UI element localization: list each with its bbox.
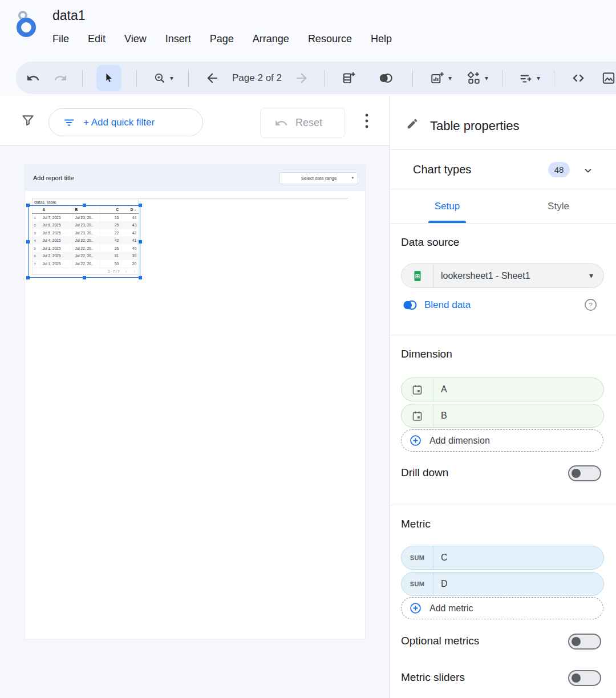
dropdown-caret-icon: ▾ xyxy=(589,271,593,280)
tab-style[interactable]: Style xyxy=(530,189,587,224)
document-title[interactable]: data1 xyxy=(52,8,86,23)
dimension-field-b[interactable]: B xyxy=(401,404,604,428)
selection-handle[interactable] xyxy=(139,276,142,279)
metric-field-label: C xyxy=(441,553,448,563)
selection-handle[interactable] xyxy=(139,240,142,244)
metric-sliders-toggle[interactable] xyxy=(568,670,601,686)
reset-button[interactable]: Reset xyxy=(260,108,345,138)
looker-studio-logo-icon[interactable] xyxy=(15,10,39,39)
blend-data-button[interactable] xyxy=(377,71,394,86)
optional-metrics-toggle[interactable] xyxy=(568,634,601,650)
menu-item-help[interactable]: Help xyxy=(371,33,392,45)
table-cell: 30 xyxy=(121,252,139,260)
google-sheets-icon xyxy=(402,264,433,287)
blend-data-link[interactable]: Blend data xyxy=(424,299,471,311)
date-range-control[interactable]: Select date range ▾ xyxy=(279,172,358,184)
selection-handle[interactable] xyxy=(139,204,142,207)
metric-field-d[interactable]: SUM D xyxy=(401,572,604,596)
table-row: 7Jul 1, 2025Jul 22, 20..5020 xyxy=(32,260,139,268)
table-cell: 50 xyxy=(100,260,121,268)
menu-item-view[interactable]: View xyxy=(124,33,147,45)
selection-handle[interactable] xyxy=(26,276,30,279)
embed-code-button[interactable] xyxy=(570,71,586,86)
pagination-prev-icon[interactable]: ‹ xyxy=(125,269,127,274)
chart-types-count-badge: 48 xyxy=(548,162,570,177)
report-title-placeholder[interactable]: Add report title xyxy=(33,174,74,181)
menu-item-resource[interactable]: Resource xyxy=(308,33,352,45)
toolbar-divider xyxy=(554,70,554,87)
report-canvas[interactable]: Add report title Select date range ▾ dat… xyxy=(0,146,390,698)
table-cell: 40 xyxy=(121,245,139,253)
data-source-selector[interactable]: lookersheet1 - Sheet1 ▾ xyxy=(401,263,604,288)
panel-tabs: Setup Style xyxy=(390,189,616,224)
menu-item-file[interactable]: File xyxy=(52,33,69,45)
column-header-c[interactable]: C xyxy=(100,206,121,214)
redo-button[interactable] xyxy=(54,71,67,85)
metric-heading: Metric xyxy=(401,518,431,530)
plus-circle-icon xyxy=(409,602,422,615)
table-pagination: 1 - 7 / 7 ‹ › xyxy=(32,267,139,275)
column-header-d[interactable]: D▼ xyxy=(121,206,139,214)
table-cell: Jul 23, 20.. xyxy=(72,214,100,222)
add-chart-button[interactable]: ▾ xyxy=(430,71,452,86)
selection-handle[interactable] xyxy=(26,204,30,207)
column-header-b[interactable]: B xyxy=(72,206,100,214)
table-cell: 22 xyxy=(100,229,121,237)
table-chart[interactable]: data1 Table ABCD▼ 1Jul 7, 2025Jul 23, 20… xyxy=(32,198,139,275)
chart-types-row[interactable]: Chart types 48 xyxy=(390,151,616,189)
help-icon[interactable]: ? xyxy=(583,298,598,312)
panel-header: Table properties xyxy=(390,96,616,150)
add-dimension-button[interactable]: Add dimension xyxy=(401,429,603,452)
dimension-field-a[interactable]: A xyxy=(401,378,604,401)
tab-setup[interactable]: Setup xyxy=(419,189,476,224)
more-options-icon[interactable] xyxy=(363,112,371,129)
pagination-next-icon[interactable]: › xyxy=(134,269,136,274)
select-tool-button[interactable] xyxy=(96,65,121,91)
drill-down-toggle[interactable] xyxy=(568,465,601,481)
drill-down-row: Drill down xyxy=(390,464,616,484)
undo-button[interactable] xyxy=(26,71,40,85)
dropdown-caret-icon: ▾ xyxy=(170,74,173,82)
metric-field-c[interactable]: SUM C xyxy=(401,546,604,570)
sum-aggregation-chip[interactable]: SUM xyxy=(402,546,433,569)
report-page[interactable]: Add report title Select date range ▾ dat… xyxy=(25,165,365,639)
menu-item-arrange[interactable]: Arrange xyxy=(253,33,289,45)
table-cell: Jul 3, 2025 xyxy=(40,245,72,253)
date-range-label: Select date range xyxy=(301,176,337,181)
menu-item-insert[interactable]: Insert xyxy=(165,33,191,45)
table-cell: Jul 7, 2025 xyxy=(40,214,72,222)
next-page-button[interactable] xyxy=(294,71,309,86)
toolbar-divider xyxy=(324,70,325,87)
add-metric-button[interactable]: Add metric xyxy=(401,597,603,619)
add-page-button[interactable] xyxy=(342,71,356,86)
mini-table-header-row: ABCD▼ xyxy=(32,206,139,214)
filter-funnel-icon[interactable] xyxy=(21,113,35,128)
menu-item-edit[interactable]: Edit xyxy=(88,33,106,45)
chevron-down-icon[interactable] xyxy=(582,164,594,177)
table-cell: Jul 1, 2025 xyxy=(40,260,72,268)
dropdown-caret-icon: ▾ xyxy=(448,74,452,82)
column-header-a[interactable]: A xyxy=(40,206,72,214)
dropdown-caret-icon: ▾ xyxy=(351,176,354,180)
table-cell: 20 xyxy=(121,260,139,268)
table-row: 4Jul 4, 2025Jul 22, 20..4241 xyxy=(32,237,139,245)
add-filter-button[interactable]: ▾ xyxy=(518,71,540,86)
sum-aggregation-chip[interactable]: SUM xyxy=(402,573,433,595)
selection-handle[interactable] xyxy=(26,240,30,244)
dropdown-caret-icon: ▾ xyxy=(537,74,540,82)
panel-title: Table properties xyxy=(430,119,520,133)
add-control-button[interactable]: ▾ xyxy=(467,71,488,86)
dropdown-caret-icon: ▾ xyxy=(485,74,488,82)
page-indicator[interactable]: Page 2 of 2 xyxy=(232,72,282,84)
zoom-tool-button[interactable]: ▾ xyxy=(153,71,173,85)
active-tab-indicator xyxy=(428,221,466,223)
previous-page-button[interactable] xyxy=(205,71,220,86)
menu-item-page[interactable]: Page xyxy=(210,33,234,45)
dimension-field-label: A xyxy=(441,384,447,395)
row-number-header xyxy=(32,206,40,214)
add-quick-filter-button[interactable]: + Add quick filter xyxy=(48,108,203,136)
row-number: 2 xyxy=(32,221,40,229)
selection-handle[interactable] xyxy=(83,276,86,279)
add-image-button[interactable] xyxy=(601,71,616,86)
quick-filter-bar: + Add quick filter Reset xyxy=(0,96,390,146)
